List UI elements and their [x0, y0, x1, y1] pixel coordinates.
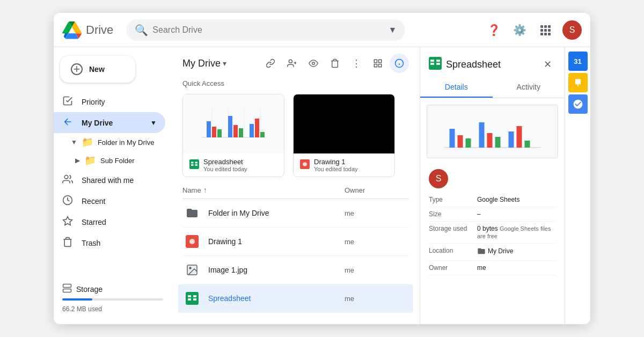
- grid-view-button[interactable]: [368, 54, 387, 73]
- preview-button[interactable]: [304, 54, 323, 73]
- qa-spreadsheet-name: Spreadsheet: [203, 158, 247, 166]
- svg-rect-7: [544, 33, 547, 35]
- svg-marker-11: [63, 217, 72, 225]
- meta-row-size: Size –: [429, 207, 556, 222]
- svg-rect-61: [430, 63, 434, 65]
- svg-rect-35: [217, 129, 222, 137]
- qa-drawing-sub: You edited today: [314, 166, 358, 172]
- link-button[interactable]: [261, 54, 280, 73]
- svg-rect-72: [517, 126, 522, 148]
- image-icon: [186, 263, 199, 276]
- add-person-icon: [287, 58, 297, 68]
- svg-rect-22: [379, 64, 382, 67]
- starred-icon: [62, 216, 73, 228]
- svg-point-19: [312, 62, 315, 65]
- svg-rect-5: [548, 29, 551, 32]
- sidebar-item-priority[interactable]: Priority: [54, 91, 165, 112]
- quick-access-section: Quick Access: [172, 73, 420, 181]
- drive-logo-icon: [62, 20, 82, 40]
- content-toolbar: ⋮: [261, 54, 409, 73]
- sidebar: + New Priority My Drive ▼ ▼ 📁: [54, 47, 172, 324]
- tab-details[interactable]: Details: [420, 77, 493, 98]
- more-options-button[interactable]: ⋮: [347, 54, 366, 73]
- drawing-file-name: Drawing 1: [208, 237, 345, 246]
- keep-button[interactable]: [568, 73, 588, 92]
- sidebar-folder-in-my-drive[interactable]: ▼ 📁 Folder in My Drive: [58, 133, 172, 151]
- svg-rect-71: [509, 131, 514, 148]
- sidebar-item-shared-with-me[interactable]: Shared with me: [54, 170, 165, 191]
- new-button[interactable]: + New: [60, 56, 135, 83]
- search-input[interactable]: [152, 25, 384, 35]
- shared-icon: [62, 174, 73, 186]
- meta-label-location: Location: [429, 247, 477, 257]
- info-icon: [394, 58, 404, 68]
- meta-value-size: –: [477, 210, 556, 218]
- column-name[interactable]: Name ↑: [182, 186, 345, 194]
- file-row-spreadsheet[interactable]: Spreadsheet me: [178, 284, 413, 313]
- drive-caret-icon[interactable]: ▾: [223, 59, 226, 68]
- svg-rect-23: [374, 64, 377, 67]
- meta-row-location: Location My Drive: [429, 244, 556, 261]
- file-row-folder[interactable]: Folder in My Drive me: [182, 199, 409, 228]
- user-avatar[interactable]: S: [562, 20, 582, 40]
- content-area: My Drive ▾ ⋮: [172, 47, 420, 324]
- info-button[interactable]: [390, 54, 409, 73]
- qa-card-spreadsheet[interactable]: Spreadsheet You edited today: [182, 94, 284, 177]
- meta-value-storage: 0 bytes Google Sheets files are free: [477, 225, 556, 240]
- sidebar-item-my-drive[interactable]: My Drive ▼: [54, 112, 165, 133]
- settings-button[interactable]: ⚙️: [509, 19, 530, 41]
- sidebar-sub-folder[interactable]: ▶ 📁 Sub Folder: [58, 151, 172, 170]
- svg-rect-43: [191, 162, 194, 163]
- svg-rect-39: [250, 124, 254, 137]
- drawing-file-icon: [300, 159, 310, 171]
- storage-used-text: 66.2 MB used: [62, 305, 102, 313]
- detail-panel-close[interactable]: ✕: [539, 56, 556, 73]
- svg-rect-57: [193, 298, 196, 301]
- priority-icon: [62, 96, 73, 108]
- search-dropdown-icon[interactable]: ▼: [389, 25, 397, 35]
- file-row-drawing[interactable]: Drawing 1 me: [182, 228, 409, 256]
- detail-sheets-icon: [429, 57, 442, 70]
- tasks-button[interactable]: [568, 94, 588, 114]
- svg-rect-12: [63, 284, 71, 288]
- trash-icon: [62, 237, 73, 249]
- image-file-icon: [182, 260, 202, 280]
- my-drive-icon: [62, 116, 73, 129]
- tab-activity[interactable]: Activity: [493, 77, 565, 98]
- drawing-file-owner: me: [345, 238, 409, 246]
- svg-rect-41: [260, 132, 265, 137]
- sidebar-item-starred[interactable]: Starred: [54, 211, 165, 232]
- storage-label: Storage: [76, 285, 103, 294]
- spreadsheet-file-icon-list: [182, 289, 202, 308]
- sidebar-item-my-drive-label: My Drive: [82, 119, 113, 127]
- help-button[interactable]: ❓: [483, 19, 504, 41]
- quick-access-label: Quick Access: [182, 79, 409, 87]
- apps-button[interactable]: [535, 19, 556, 41]
- qa-card-info-drawing: Drawing 1 You edited today: [294, 153, 394, 177]
- svg-rect-40: [255, 119, 259, 137]
- qa-card-drawing[interactable]: Drawing 1 You edited today: [293, 94, 395, 177]
- column-owner: Owner: [345, 186, 409, 194]
- sidebar-item-recent[interactable]: Recent: [54, 191, 165, 211]
- svg-rect-68: [479, 122, 485, 148]
- search-bar[interactable]: 🔍 ▼: [126, 19, 405, 41]
- my-drive-expand[interactable]: ▼: [150, 119, 157, 127]
- sidebar-item-priority-label: Priority: [82, 98, 105, 106]
- svg-rect-73: [525, 141, 530, 148]
- delete-button[interactable]: [325, 54, 345, 73]
- link-icon: [266, 58, 275, 68]
- google-drive-logo[interactable]: Drive: [62, 20, 113, 40]
- my-drive-title[interactable]: My Drive ▾: [182, 58, 226, 69]
- sidebar-item-trash[interactable]: Trash: [54, 232, 165, 253]
- svg-rect-3: [540, 29, 543, 32]
- folder-file-owner: me: [345, 209, 409, 217]
- file-row-image[interactable]: Image 1.jpg me: [182, 256, 409, 284]
- svg-point-48: [303, 162, 307, 166]
- calendar-button[interactable]: 31: [568, 52, 588, 71]
- add-person-button[interactable]: [282, 54, 302, 73]
- sidebar-item-recent-label: Recent: [82, 197, 105, 206]
- storage-bar-bg: [62, 298, 163, 301]
- svg-rect-55: [193, 295, 196, 297]
- svg-rect-34: [212, 127, 216, 137]
- svg-rect-21: [379, 60, 382, 62]
